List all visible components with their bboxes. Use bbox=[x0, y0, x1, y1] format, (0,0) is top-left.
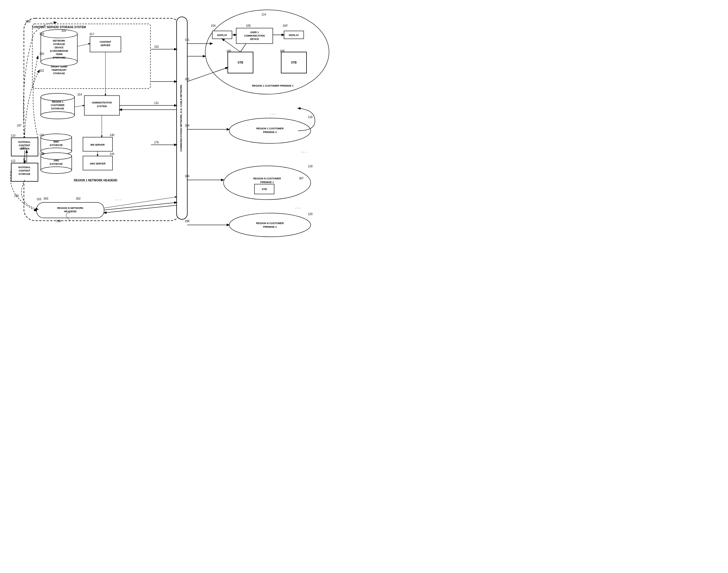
national-content-server-label3: SERVER bbox=[20, 147, 30, 150]
ref-112: 112 bbox=[11, 159, 15, 162]
national-content-storage-label: NATIONAL bbox=[18, 166, 31, 169]
ref-100: 100 bbox=[25, 20, 31, 23]
user1-comm-label3: DEVICE bbox=[250, 38, 259, 41]
display-label: DISPLAY bbox=[217, 34, 227, 37]
network-storage-label4: (LONG/MEDIUM bbox=[50, 50, 68, 52]
svg-point-11 bbox=[41, 134, 72, 141]
svg-line-52 bbox=[74, 105, 84, 107]
dots1: · · · bbox=[115, 197, 121, 202]
svg-point-22 bbox=[205, 10, 329, 94]
regionn-cp1-label2: PREMISE 1 bbox=[260, 181, 274, 184]
content-server-label: CONTENT bbox=[100, 41, 111, 43]
stb-label: STB bbox=[238, 61, 243, 64]
ref-152: 152 bbox=[154, 45, 159, 48]
dots2: · · · bbox=[270, 112, 275, 116]
dots3: · · · bbox=[301, 150, 306, 154]
ref-302: 302 bbox=[76, 197, 81, 200]
network-storage-label3: DEVICE bbox=[55, 46, 63, 49]
ref-131: 131 bbox=[154, 102, 159, 105]
user1-comm-label: USER 1 bbox=[250, 31, 259, 34]
svg-point-16 bbox=[41, 167, 72, 173]
ref-140: 140 bbox=[110, 134, 114, 137]
network-storage-label6: STORAGE) bbox=[53, 56, 65, 59]
ref-197: 197 bbox=[17, 124, 22, 127]
national-content-storage-label2: CONTENT bbox=[18, 169, 31, 172]
ams-db-label: AMS bbox=[54, 159, 59, 162]
ref-303: 303 bbox=[44, 197, 48, 200]
region1-cpn-label: REGION 1 CUSTOMER bbox=[256, 127, 284, 130]
short-term-label2: TEMPORARY bbox=[51, 68, 67, 71]
ref-142: 142 bbox=[39, 134, 44, 137]
bms-db-label: BMS bbox=[54, 140, 59, 143]
ref-104p: 104' bbox=[282, 24, 288, 27]
ref-320: 320 bbox=[39, 52, 44, 55]
content-server-system-label: CONTENT SERVER/ STORAGE SYSTEM bbox=[32, 25, 86, 29]
svg-point-3 bbox=[41, 30, 77, 38]
ref-116: 116 bbox=[308, 115, 313, 119]
svg-point-15 bbox=[41, 153, 72, 159]
stb2-label: STB bbox=[291, 61, 297, 64]
regionn-cpn-label: REGION N CUSTOMER bbox=[256, 222, 284, 225]
national-content-server-label: NATIONAL bbox=[18, 141, 31, 143]
ref-182: 182 bbox=[185, 77, 190, 81]
svg-point-8 bbox=[41, 112, 74, 119]
ref-307: 307 bbox=[299, 177, 304, 180]
ref-110: 110 bbox=[11, 134, 15, 137]
network-storage-label: NETWORK bbox=[53, 39, 65, 42]
regionn-cpn-label2: PREMISE n bbox=[263, 225, 277, 228]
short-term-label: SHORT TERM/ bbox=[51, 65, 67, 68]
ams-server-label: AMS SERVER bbox=[90, 162, 105, 165]
ref-120: 120 bbox=[308, 213, 313, 216]
ref-322: 322 bbox=[39, 69, 44, 72]
ref-314: 314 bbox=[77, 93, 82, 96]
ref-317: 317 bbox=[90, 33, 94, 36]
ref-186: 186 bbox=[185, 174, 190, 178]
region1-db-label: REGION 1 bbox=[52, 100, 63, 103]
ref-105: 105 bbox=[246, 24, 251, 27]
bm-server-label: BM SERVER bbox=[91, 143, 105, 146]
region1-db-label2: CUSTOMER bbox=[51, 104, 65, 107]
regionn-cp1-label: REGION N CUSTOMER bbox=[253, 177, 281, 180]
national-content-server-label2: CONTENT bbox=[18, 144, 31, 147]
ref-118: 118 bbox=[308, 165, 313, 168]
ref-144: 144 bbox=[110, 152, 114, 155]
region1-cp1-label: REGION 1 CUSTOMER PREMISE 1 bbox=[252, 84, 293, 87]
svg-point-31 bbox=[229, 213, 311, 237]
user1-comm-label2: COMMUNICATION bbox=[244, 34, 265, 37]
network-storage-label5: TERM bbox=[56, 53, 62, 56]
ref-184: 184 bbox=[185, 124, 190, 127]
ref-141: 141 bbox=[185, 38, 190, 41]
ref-114: 114 bbox=[261, 13, 266, 16]
bms-db-label2: DATABASE bbox=[50, 144, 63, 147]
ref-188: 188 bbox=[185, 220, 190, 223]
ref-176: 176 bbox=[154, 141, 159, 144]
ref-146: 146 bbox=[39, 152, 44, 155]
comms-network-label: COMMUNICATIONS NETWORK, E.G. CABLE NETWO… bbox=[180, 84, 183, 152]
admin-system-label2: SYSTEM bbox=[97, 105, 107, 108]
national-content-storage-label3: STORAGE bbox=[18, 173, 31, 175]
ref-198: 198 bbox=[56, 220, 61, 223]
region-n-headend-label2: HEADEND bbox=[64, 210, 77, 213]
stb3-label: STB bbox=[262, 188, 267, 191]
ref-103: 103 bbox=[37, 198, 41, 201]
svg-point-7 bbox=[41, 93, 74, 101]
display2-label: DISPLAY bbox=[289, 34, 299, 37]
region1-db-label3: DATABASE bbox=[51, 107, 64, 110]
diagram-container: 100 152 131 176 141 182 184 186 188 110 … bbox=[0, 0, 364, 286]
admin-system-label: ADMINISTRATIVE bbox=[92, 101, 112, 104]
ref-106p: 106' bbox=[280, 50, 285, 53]
region-n-headend-label: REGION N NETWORK bbox=[57, 207, 84, 209]
ref-106: 106 bbox=[226, 50, 231, 53]
ref-104: 104 bbox=[211, 24, 216, 27]
region1-headend-label: REGION 1 NETWORK HEADEND bbox=[74, 179, 117, 182]
svg-line-50 bbox=[77, 44, 90, 46]
short-term-label3: STORAGE bbox=[53, 72, 65, 75]
ams-db-label2: DATABASE bbox=[50, 162, 63, 165]
ref-316: 316 bbox=[61, 29, 66, 32]
network-storage-label2: STORAGE bbox=[53, 43, 65, 46]
dots4: · · · bbox=[295, 206, 301, 210]
content-server-label2: SERVER bbox=[101, 44, 110, 47]
region1-cpn-label2: PREMISE n bbox=[263, 131, 277, 134]
ref-318: 318 bbox=[39, 32, 44, 36]
